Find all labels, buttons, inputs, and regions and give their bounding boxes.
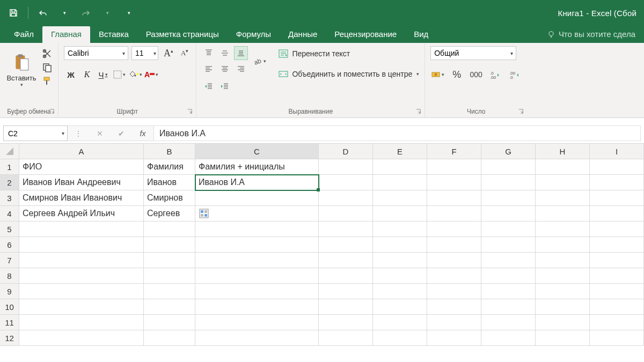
cell[interactable] [427, 315, 481, 330]
cell[interactable] [536, 315, 590, 330]
row-header[interactable]: 6 [0, 237, 19, 253]
font-color-button[interactable]: А▾ [144, 68, 158, 82]
row-header[interactable]: 7 [0, 253, 19, 268]
tab-file[interactable]: Файл [5, 26, 42, 43]
cell-I2[interactable] [590, 175, 644, 190]
tab-formulas[interactable]: Формулы [228, 26, 280, 43]
cell-D1[interactable] [319, 159, 373, 175]
cell[interactable] [373, 330, 427, 346]
row-header[interactable]: 4 [0, 206, 19, 221]
cell[interactable] [19, 330, 144, 346]
row-header[interactable]: 2 [0, 175, 19, 190]
cell[interactable] [19, 299, 144, 315]
cell[interactable] [481, 330, 536, 346]
col-header-G[interactable]: G [481, 144, 536, 159]
cell[interactable] [144, 330, 195, 346]
font-name-combo[interactable]: ▾ [64, 46, 128, 60]
cell[interactable] [195, 299, 319, 315]
cell[interactable] [590, 268, 644, 284]
cell[interactable] [427, 330, 481, 346]
row-header[interactable]: 11 [0, 315, 19, 330]
col-header-B[interactable]: B [144, 144, 195, 159]
format-painter-button[interactable] [42, 76, 53, 87]
bold-button[interactable]: Ж [64, 68, 78, 82]
tab-page-layout[interactable]: Разметка страницы [137, 26, 228, 43]
cell[interactable] [195, 315, 319, 330]
cut-button[interactable] [42, 48, 53, 59]
redo-dropdown[interactable]: ▾ [98, 4, 116, 22]
cell[interactable] [195, 253, 319, 268]
cell[interactable] [319, 268, 373, 284]
cell[interactable] [590, 221, 644, 237]
row-header[interactable]: 5 [0, 221, 19, 237]
cell[interactable] [590, 299, 644, 315]
cell-E4[interactable] [373, 206, 427, 221]
tab-view[interactable]: Вид [405, 26, 437, 43]
cell[interactable] [195, 221, 319, 237]
cell[interactable] [536, 237, 590, 253]
cell[interactable] [427, 268, 481, 284]
percent-format-button[interactable]: % [450, 68, 464, 82]
cell-E1[interactable] [373, 159, 427, 175]
cell-H2[interactable] [536, 175, 590, 190]
cell[interactable] [195, 237, 319, 253]
row-header[interactable]: 12 [0, 330, 19, 346]
cell-I4[interactable] [590, 206, 644, 221]
cell[interactable] [427, 221, 481, 237]
tab-home[interactable]: Главная [42, 26, 90, 43]
cell-G2[interactable] [481, 175, 536, 190]
cell[interactable] [427, 299, 481, 315]
spreadsheet-grid[interactable]: A B C D E F G H I 1 ФИО Фамилия Фамилия … [0, 144, 644, 346]
cell[interactable] [19, 221, 144, 237]
cell[interactable] [590, 237, 644, 253]
cell[interactable] [319, 315, 373, 330]
cancel-formula-button[interactable]: ✕ [89, 126, 111, 141]
align-bottom-button[interactable] [234, 46, 248, 60]
cell[interactable] [481, 315, 536, 330]
italic-button[interactable]: К [80, 68, 94, 82]
tab-insert[interactable]: Вставка [90, 26, 137, 43]
cell[interactable] [373, 221, 427, 237]
align-right-button[interactable] [234, 62, 248, 76]
cell[interactable] [144, 253, 195, 268]
cell-D3[interactable] [319, 190, 373, 206]
cell[interactable] [427, 237, 481, 253]
align-middle-button[interactable] [218, 46, 232, 60]
col-header-C[interactable]: C [195, 144, 319, 159]
cell[interactable] [536, 284, 590, 299]
cell[interactable] [590, 315, 644, 330]
row-header[interactable]: 1 [0, 159, 19, 175]
cell[interactable] [373, 253, 427, 268]
align-center-button[interactable] [218, 62, 232, 76]
cell-H1[interactable] [536, 159, 590, 175]
cell-C3[interactable] [195, 190, 319, 206]
tell-me-search[interactable]: Что вы хотите сдела [538, 26, 644, 43]
cell[interactable] [19, 237, 144, 253]
cell-F1[interactable] [427, 159, 481, 175]
font-dialog-launcher[interactable] [186, 108, 193, 115]
orientation-button[interactable]: ab▾ [251, 54, 267, 68]
cell-I3[interactable] [590, 190, 644, 206]
name-box-input[interactable] [4, 129, 59, 138]
cell[interactable] [319, 284, 373, 299]
cell-B1[interactable]: Фамилия [144, 159, 195, 175]
cell[interactable] [319, 330, 373, 346]
cell-F3[interactable] [427, 190, 481, 206]
cell[interactable] [195, 330, 319, 346]
cell[interactable] [536, 299, 590, 315]
col-header-D[interactable]: D [319, 144, 373, 159]
row-header[interactable]: 3 [0, 190, 19, 206]
number-format-combo[interactable]: ▾ [430, 46, 516, 60]
cell-B4[interactable]: Сергеев [144, 206, 195, 221]
cell-E2[interactable] [373, 175, 427, 190]
cell[interactable] [319, 299, 373, 315]
cell-D4[interactable] [319, 206, 373, 221]
cell[interactable] [536, 253, 590, 268]
undo-button[interactable] [34, 4, 52, 22]
cell-G1[interactable] [481, 159, 536, 175]
row-header[interactable]: 8 [0, 268, 19, 284]
cell[interactable] [481, 237, 536, 253]
clipboard-dialog-launcher[interactable] [48, 108, 55, 115]
increase-decimal-button[interactable]: .0.00 [488, 68, 502, 82]
col-header-I[interactable]: I [590, 144, 644, 159]
